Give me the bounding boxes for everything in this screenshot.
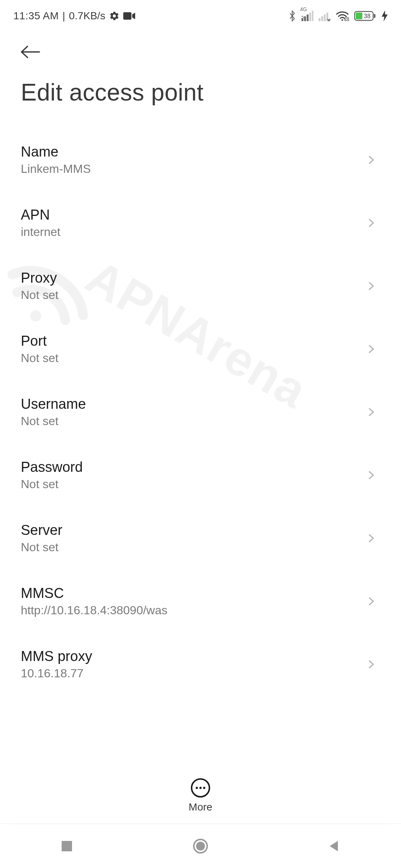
- header-row: [0, 25, 401, 68]
- chevron-right-icon: [365, 407, 376, 418]
- chevron-right-icon: [365, 533, 376, 544]
- setting-value: Not set: [21, 414, 86, 428]
- wifi-icon: [336, 11, 349, 21]
- setting-label: Username: [21, 396, 86, 412]
- status-time: 11:35 AM: [13, 10, 59, 22]
- setting-value: http://10.16.18.4:38090/was: [21, 604, 167, 617]
- setting-value: Not set: [21, 288, 58, 302]
- setting-label: Port: [21, 333, 58, 349]
- setting-item-mms-proxy[interactable]: MMS proxy 10.16.18.77: [21, 633, 380, 696]
- svg-rect-13: [374, 14, 375, 18]
- circle-icon: [192, 838, 209, 854]
- signal-no-sim-icon: [319, 11, 330, 21]
- svg-point-10: [342, 19, 343, 21]
- square-icon: [60, 839, 74, 853]
- more-dots-icon: [199, 787, 202, 789]
- more-button[interactable]: [191, 778, 210, 798]
- status-separator: |: [62, 10, 65, 22]
- svg-text:38: 38: [364, 13, 371, 19]
- setting-label: MMS proxy: [21, 648, 92, 664]
- svg-rect-0: [123, 12, 131, 20]
- arrow-left-icon: [19, 45, 42, 59]
- setting-value: internet: [21, 225, 61, 239]
- status-bar: 11:35 AM | 0.7KB/s 4G 38: [0, 0, 401, 25]
- bottom-action-bar: More: [0, 768, 401, 823]
- setting-item-proxy[interactable]: Proxy Not set: [21, 254, 380, 318]
- gear-icon: [109, 11, 120, 21]
- more-label: More: [189, 801, 212, 813]
- chevron-right-icon: [365, 217, 376, 228]
- chevron-right-icon: [365, 280, 376, 292]
- setting-item-password[interactable]: Password Not set: [21, 444, 380, 507]
- setting-value: 10.16.18.77: [21, 667, 92, 680]
- more-dots-icon: [203, 787, 205, 789]
- setting-label: Server: [21, 522, 62, 538]
- setting-label: MMSC: [21, 585, 167, 601]
- setting-value: Not set: [21, 351, 58, 365]
- svg-point-20: [196, 842, 205, 851]
- setting-item-server[interactable]: Server Not set: [21, 507, 380, 570]
- svg-rect-18: [62, 841, 72, 851]
- page-title: Edit access point: [0, 68, 401, 128]
- chevron-right-icon: [365, 470, 376, 481]
- svg-rect-7: [321, 16, 323, 21]
- setting-label: APN: [21, 207, 61, 223]
- status-left: 11:35 AM | 0.7KB/s: [13, 10, 135, 22]
- svg-rect-6: [319, 18, 320, 21]
- settings-list: Name Linkem-MMS APN internet Proxy Not s…: [0, 128, 401, 696]
- signal-4g-icon: 4G: [301, 11, 313, 21]
- nav-back-button[interactable]: [312, 831, 356, 861]
- setting-value: Linkem-MMS: [21, 162, 91, 176]
- svg-rect-8: [324, 14, 326, 21]
- setting-item-apn[interactable]: APN internet: [21, 191, 380, 254]
- chevron-right-icon: [365, 154, 376, 165]
- svg-rect-3: [307, 14, 309, 21]
- system-nav-bar: [0, 823, 401, 868]
- svg-rect-4: [309, 13, 311, 21]
- back-button[interactable]: [19, 40, 42, 64]
- chevron-right-icon: [365, 659, 376, 670]
- camera-icon: [123, 11, 135, 20]
- setting-label: Name: [21, 144, 91, 160]
- svg-rect-5: [312, 11, 313, 21]
- settings-scroll-area[interactable]: Name Linkem-MMS APN internet Proxy Not s…: [0, 128, 401, 781]
- setting-value: Not set: [21, 540, 62, 554]
- setting-item-mmsc[interactable]: MMSC http://10.16.18.4:38090/was: [21, 570, 380, 633]
- chevron-right-icon: [365, 343, 376, 355]
- svg-rect-2: [304, 16, 306, 21]
- status-data-rate: 0.7KB/s: [69, 10, 105, 22]
- nav-recents-button[interactable]: [45, 831, 89, 861]
- setting-value: Not set: [21, 477, 83, 491]
- charging-icon: [382, 10, 388, 22]
- status-right: 4G 38: [288, 10, 388, 22]
- setting-item-name[interactable]: Name Linkem-MMS: [21, 128, 380, 191]
- chevron-right-icon: [365, 596, 376, 607]
- setting-label: Proxy: [21, 270, 58, 286]
- svg-rect-14: [356, 13, 362, 19]
- battery-icon: 38: [354, 10, 376, 22]
- setting-label: Password: [21, 459, 83, 475]
- triangle-left-icon: [327, 839, 341, 853]
- bluetooth-icon: [288, 10, 296, 22]
- setting-item-username[interactable]: Username Not set: [21, 381, 380, 444]
- more-dots-icon: [196, 787, 198, 789]
- setting-item-port[interactable]: Port Not set: [21, 318, 380, 381]
- nav-home-button[interactable]: [178, 831, 223, 861]
